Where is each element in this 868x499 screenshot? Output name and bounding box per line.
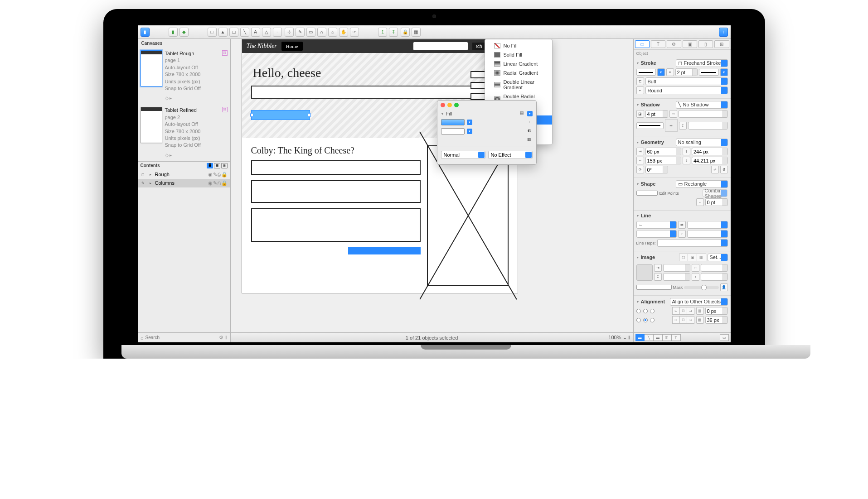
new-canvas-button[interactable]: ▮ [169,28,178,37]
shape-tool[interactable]: ◻ [229,28,238,37]
minimize-icon[interactable] [447,103,452,107]
image-fit-stretch[interactable]: ▣ [688,254,697,261]
brush-tool[interactable]: ✎ [296,28,305,37]
print-icon[interactable]: ⎙ [218,172,221,178]
line-tail-select[interactable] [636,230,677,238]
select-tool[interactable]: ▲ [218,28,228,37]
h-field[interactable]: 44.211 px [692,157,728,164]
align-left-icon[interactable]: ⊏ [672,307,680,315]
style-tray-button[interactable]: □ [208,28,217,37]
fill-effect-select[interactable]: No Effect [488,151,533,159]
visible-icon[interactable]: ◉ [208,180,213,186]
shadow-toggle-icon[interactable]: ▬ [654,334,663,341]
rotation-field[interactable]: 0° [645,166,668,173]
zoom-icon[interactable] [454,103,459,107]
edit-points-checkbox[interactable] [636,191,658,196]
preset-icon[interactable]: ▭ [720,334,729,341]
close-icon[interactable] [441,103,445,107]
add-fill-icon[interactable]: ＋ [526,119,533,125]
stencils-tab[interactable]: ⊞ [714,40,729,48]
align-hcenter-icon[interactable]: ⊟ [680,307,687,315]
stroke-toggle-icon[interactable]: ╲ [645,334,654,341]
align-right-icon[interactable]: ⊐ [687,307,694,315]
shadow-color-icon[interactable]: ◪ [636,110,644,118]
stroke-menu-icon[interactable]: ▾ [657,68,665,76]
corner-select[interactable]: Round [645,86,728,94]
grid-view-icon[interactable]: ⊞ [221,163,228,168]
stamp-tool[interactable]: ▭ [306,28,315,37]
print-icon[interactable]: ⎙ [218,180,221,186]
scaling-select[interactable]: No scaling [676,139,728,146]
line-hops-select[interactable] [657,239,728,247]
canvas-item-tablet-rough[interactable]: Tablet Rough page 1 Auto-layout Off Size… [138,48,230,95]
stroke-color-swatch[interactable] [636,69,656,76]
pattern-icon[interactable]: ▦ [526,137,533,144]
line-tool[interactable]: ╲ [240,28,249,37]
fill-type-icon[interactable]: ▤ [519,110,525,117]
color-menu[interactable]: ▾ [467,120,472,125]
align-right-radio[interactable] [650,309,655,313]
fill-color-swatch[interactable] [441,119,465,125]
menu-item-radial-gradient[interactable]: Radial Gradient [485,68,552,77]
shadow-pad-icon[interactable]: ＋ [665,119,678,132]
flip-v-icon[interactable]: ⇵ [720,166,728,173]
dash-menu[interactable]: ▾ [720,68,728,76]
menu-item-linear-gradient[interactable]: Linear Gradient [485,59,552,68]
rename-icon[interactable]: ✎ [213,180,217,186]
sidebar-toggle-button[interactable]: ▮ [141,28,150,37]
mask-checkbox[interactable] [636,285,672,290]
resize-handle-icon[interactable]: ⦀ [225,335,228,341]
fill-type-dropdown[interactable]: ▾ [527,111,533,116]
selected-shape[interactable] [251,110,310,120]
img-w-field[interactable] [701,264,728,272]
canvas-area[interactable]: The Nibbler Home rch Popup▾ Hello, chees… [231,39,633,342]
lock-button[interactable]: 🔒 [401,28,410,37]
opacity-slider[interactable] [684,286,718,289]
lock-icon[interactable]: 🔒 [221,172,228,178]
properties-tab[interactable]: ⚙ [667,40,681,48]
bring-forward-button[interactable]: ↥ [378,28,387,37]
img-x-field[interactable] [663,264,690,272]
action-tool[interactable]: ☞ [350,28,359,37]
layer-row-columns[interactable]: ✎ ▸ Columns ◉✎⎙🔒 [138,179,230,187]
shadow-blur-slider[interactable] [636,122,664,129]
outline-view-icon[interactable]: ☰ [214,163,220,168]
object-tab[interactable]: ▭ [635,40,650,48]
align-top-icon[interactable]: ⊓ [672,316,680,324]
line-mid-icon[interactable]: ⌐ [678,230,686,238]
align-left-radio[interactable] [636,309,641,313]
img-person-icon[interactable]: 👤 [720,283,728,291]
zoom-tool[interactable]: ⌕ [328,28,337,37]
shadow-offset-field[interactable]: 4 pt [645,110,668,118]
text-tool[interactable]: A [251,28,260,37]
img-y-field[interactable] [663,273,690,281]
opacity-icon[interactable]: ◐ [526,128,533,134]
canvas-resize-handle-icon[interactable]: ⦀ [628,335,630,341]
h-spacing-field[interactable]: 0 px [705,307,728,315]
rename-icon[interactable]: ✎ [213,172,217,178]
layer-row-rough[interactable]: ◻ ▸ Rough ◉✎⎙🔒 [138,170,230,179]
flip-h-icon[interactable]: ⇄ [711,166,719,173]
line-swap-icon[interactable]: ⇄ [678,221,686,229]
hand-tool[interactable]: ✋ [339,28,348,37]
x-field[interactable]: 60 px [645,148,682,155]
settings-icon[interactable]: ⚙ [219,335,223,341]
align-mode-select[interactable]: Align to Other Objects [670,298,728,306]
cap-select[interactable]: Butt [645,77,728,85]
shape-type-select[interactable]: ▭Rectangle [676,180,728,188]
menu-item-no-fill[interactable]: No Fill [485,41,552,50]
dist-h-icon[interactable]: ▥ [696,307,704,315]
pen-tool[interactable]: △ [262,28,271,37]
line-start-select[interactable]: ← [636,221,677,229]
send-backward-button[interactable]: ↧ [389,28,398,37]
new-shape-button[interactable]: ◆ [179,28,189,37]
line-end-select[interactable] [687,221,728,229]
v-spacing-field[interactable]: 36 px [705,316,728,324]
inspector-toggle-button[interactable]: i [719,28,728,37]
point-tool[interactable]: · [273,28,282,37]
corner-radius-field[interactable]: 0 pt [705,198,728,206]
image-fit-natural[interactable]: ▢ [679,254,689,261]
align-top-radio[interactable] [636,318,641,322]
canvas-item-tablet-refined[interactable]: Tablet Refined page 2 Auto-layout Off Si… [138,104,230,151]
list-view-icon[interactable]: ≣ [207,163,213,168]
